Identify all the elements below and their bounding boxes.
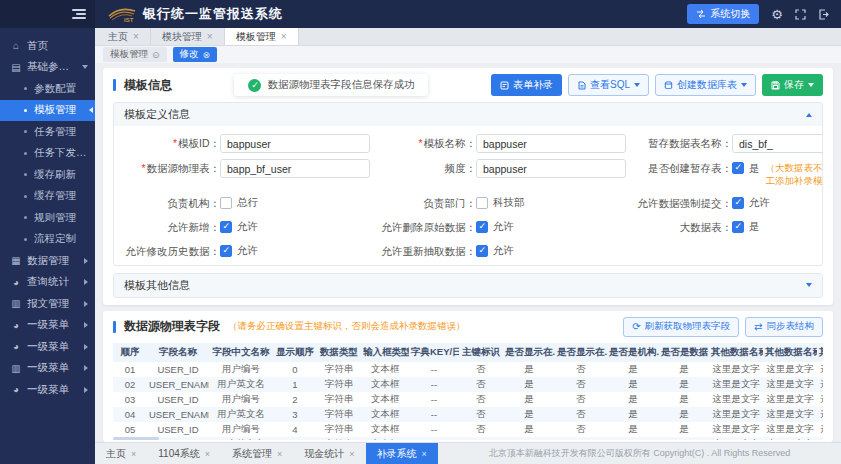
create-staging-checkbox[interactable] (732, 162, 744, 174)
close-icon[interactable]: × (422, 449, 427, 459)
org-checkbox[interactable] (220, 197, 232, 209)
sidebar-item[interactable]: 任务管理 (0, 121, 95, 143)
sidebar-item[interactable]: 模板管理 (0, 100, 95, 122)
sidebar-item[interactable]: ▤ 基础参数配置 (0, 57, 95, 79)
column-header[interactable]: 主键标识 (459, 343, 503, 362)
page-tab[interactable]: 模板管理 × (225, 28, 299, 45)
dept-option: 科技部 (493, 194, 525, 211)
column-header[interactable]: 数据类型 (317, 343, 361, 362)
column-header[interactable]: 字段中文名称 (209, 343, 273, 362)
table-cell: 文本框 (361, 362, 409, 377)
dept-checkbox[interactable] (476, 197, 488, 209)
page-tab[interactable]: 模块管理 × (151, 28, 225, 45)
sidebar-item[interactable]: 流程定制 (0, 229, 95, 251)
definition-section-title: 模板定义信息 (124, 107, 190, 122)
force-submit-checkbox[interactable] (732, 197, 744, 209)
form-entry-button[interactable]: 表单补录 (491, 74, 562, 96)
table-row[interactable]: 06USER_ENAME用户英文名5字符串文本框--否是否是是这里是文字这里是文… (113, 437, 823, 440)
refresh-fields-button[interactable]: ⟳ 刷新获取物理表字段 (623, 317, 739, 337)
fullscreen-icon[interactable] (795, 9, 806, 20)
frequency-input[interactable] (476, 159, 626, 178)
column-header[interactable]: 是否显示在... (555, 343, 607, 362)
table-cell: 这里是文字 (763, 407, 817, 422)
table-row[interactable]: 03USER_ID用户编号2字符串文本框--否是否是是这里是文字这里是文字这里是… (113, 392, 823, 407)
table-row[interactable]: 02USER_ENAME用户英文名1字符串文本框--否是否是是这里是文字这里是文… (113, 377, 823, 392)
close-icon[interactable]: × (205, 449, 210, 459)
source-table-input[interactable] (220, 159, 370, 178)
close-icon[interactable]: × (133, 31, 139, 42)
close-icon[interactable]: × (281, 31, 287, 42)
allow-modify-history-checkbox[interactable] (220, 245, 232, 257)
column-header[interactable]: 其他数据名称 (709, 343, 763, 362)
close-icon[interactable]: × (207, 31, 213, 42)
other-section-header[interactable]: 模板其他信息 (114, 274, 822, 297)
staging-table-name-input[interactable] (732, 134, 823, 153)
sidebar-item[interactable]: 参数配置 (0, 78, 95, 100)
page-tab[interactable]: 主页 × (97, 28, 151, 45)
system-tab[interactable]: 1104系统 × (147, 443, 221, 464)
definition-section-header[interactable]: 模板定义信息 (114, 103, 822, 126)
close-icon[interactable]: × (277, 449, 282, 459)
sidebar-item[interactable]: 规则管理 (0, 207, 95, 229)
column-header[interactable]: 字典KEY/日... (409, 343, 459, 362)
sidebar-item[interactable]: ⌂ 首页 (0, 35, 95, 57)
sidebar-item[interactable]: ◕ 一级菜单 (0, 315, 95, 337)
sidebar-collapse-icon[interactable] (72, 9, 86, 19)
logout-icon[interactable] (818, 9, 829, 20)
sidebar-item[interactable]: 缓存刷新 (0, 164, 95, 186)
template-id-input[interactable] (220, 134, 370, 153)
tab-label: 主页 (108, 30, 128, 44)
column-header[interactable]: 其他数据名称 (817, 343, 823, 362)
allow-re-extract-checkbox[interactable] (476, 245, 488, 257)
circle-close-icon[interactable]: ⊗ (203, 50, 211, 60)
allow-add-checkbox[interactable] (220, 221, 232, 233)
sidebar-item[interactable]: ▥ 一级菜单 (0, 358, 95, 380)
refresh-icon: ⟳ (632, 322, 640, 332)
view-sql-button[interactable]: 查看SQL (568, 74, 649, 96)
circle-dot-icon[interactable]: ⊙ (152, 50, 160, 60)
column-header[interactable]: 字段名称 (147, 343, 209, 362)
close-icon[interactable]: × (131, 449, 136, 459)
expand-icon[interactable] (806, 283, 812, 287)
create-db-table-button[interactable]: 创建数据库表 (655, 74, 756, 96)
save-button[interactable]: 保存 (762, 74, 823, 96)
breadcrumb-chip[interactable]: 修改 ⊗ (173, 47, 218, 62)
column-header[interactable]: 是否是机构... (607, 343, 659, 362)
close-icon[interactable]: × (349, 449, 354, 459)
column-header[interactable]: 是否显示在... (503, 343, 555, 362)
table-row[interactable]: 04USER_ENAME用户英文名3字符串文本框--否是否是是这里是文字这里是文… (113, 407, 823, 422)
sidebar-item[interactable]: ◕ 查询统计 (0, 272, 95, 294)
sidebar-item[interactable]: ▥ 报文管理 (0, 293, 95, 315)
system-tab[interactable]: 主页 × (95, 443, 147, 464)
sidebar-item[interactable]: 任务下发情况 (0, 143, 95, 165)
system-tab[interactable]: 现金统计 × (293, 443, 365, 464)
table-cell: 是 (659, 437, 709, 440)
big-data-checkbox[interactable] (732, 221, 744, 233)
template-name-input[interactable] (476, 134, 626, 153)
column-header[interactable]: 显示顺序 (273, 343, 317, 362)
sync-structure-button[interactable]: ⇄ 同步表结构 (745, 317, 823, 337)
gear-icon[interactable]: ⚙ (771, 8, 783, 21)
allow-delete-checkbox[interactable] (476, 221, 488, 233)
system-switch-button[interactable]: 系统切换 (687, 4, 759, 24)
column-header[interactable]: 是否是数据... (659, 343, 709, 362)
column-header[interactable]: 其他数据名称 (763, 343, 817, 362)
column-header[interactable]: 输入框类型 (361, 343, 409, 362)
sidebar-item[interactable]: 缓存管理 (0, 186, 95, 208)
sidebar-item[interactable]: ◕ 一级菜单 (0, 379, 95, 401)
table-cell: 否 (459, 407, 503, 422)
table-cell: -- (409, 362, 459, 377)
table-cell: USER_ID (147, 392, 209, 407)
table-cell: USER_ENAME (147, 407, 209, 422)
system-tab[interactable]: 补录系统 × (366, 443, 438, 464)
horizontal-scrollbar-thumb[interactable] (113, 437, 159, 440)
breadcrumb-chip[interactable]: 模板管理 ⊙ (103, 47, 167, 62)
sidebar-item[interactable]: ◕ 一级菜单 (0, 336, 95, 358)
collapse-icon[interactable] (806, 113, 812, 117)
table-row[interactable]: 05USER_ID用户编号4字符串文本框--否是否是是这里是文字这里是文字这里是… (113, 422, 823, 437)
sidebar-item[interactable]: ▦ 数据管理 (0, 250, 95, 272)
column-header[interactable]: 顺序 (113, 343, 147, 362)
sidebar-item-label: 缓存管理 (34, 189, 76, 203)
table-row[interactable]: 01USER_ID用户编号0字符串文本框--否是否是是这里是文字这里是文字这里是… (113, 362, 823, 377)
system-tab[interactable]: 系统管理 × (221, 443, 293, 464)
